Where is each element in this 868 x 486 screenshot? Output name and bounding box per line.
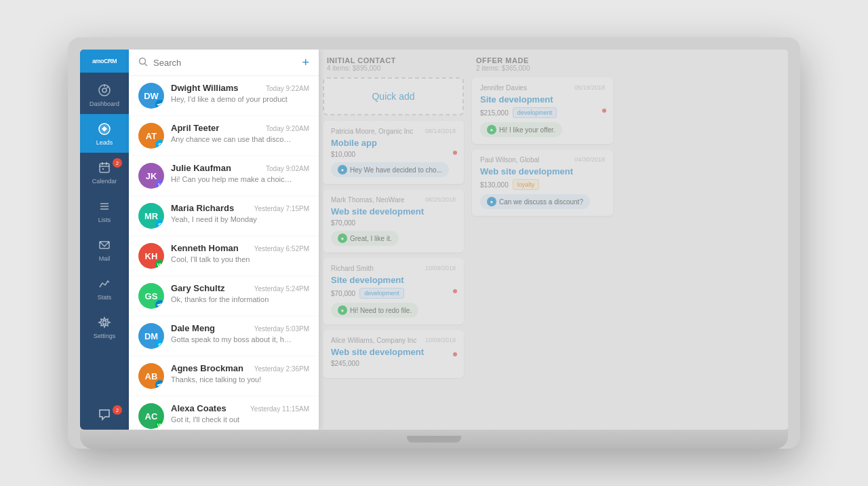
logo-text: amoCRM	[92, 58, 117, 64]
chat-content: Alexa Coates Yesterday 11:15AM Got it, I…	[171, 403, 309, 424]
sidebar-item-settings-label: Settings	[94, 333, 116, 339]
chat-name: Maria Richards	[171, 203, 234, 213]
svg-text:S: S	[158, 342, 162, 349]
conversation-item[interactable]: KH W Kenneth Homan Yesterday 6:52PM Cool…	[129, 236, 319, 276]
chat-badge: 2	[113, 405, 122, 415]
avatar: MR S	[138, 203, 164, 229]
add-conversation-button[interactable]: +	[302, 56, 309, 69]
chat-time: Yesterday 5:03PM	[254, 325, 309, 333]
lists-icon	[96, 198, 113, 214]
conversation-list: DW Dwight Williams Today 9:22AM Hey, I'd…	[129, 76, 319, 430]
messenger-badge: V	[155, 180, 164, 189]
laptop-frame: amoCRM Dashboard	[68, 37, 800, 449]
chat-preview: Any chance we can use that discount from…	[171, 135, 293, 143]
sidebar: amoCRM Dashboard	[80, 50, 129, 430]
conversation-item[interactable]: GS Gary Schultz Yesterday 5:24PM Ok, tha…	[129, 276, 319, 316]
sidebar-item-leads-label: Leads	[96, 139, 113, 146]
messenger-badge: S	[155, 220, 164, 229]
sidebar-logo: amoCRM	[80, 50, 129, 73]
laptop-base	[80, 430, 788, 449]
sidebar-item-settings[interactable]: Settings	[80, 307, 129, 346]
search-input[interactable]	[153, 58, 302, 68]
svg-text:S: S	[158, 222, 162, 229]
conversation-item[interactable]: AB Agnes Brockman Yesterday 2:36PM Thank…	[129, 356, 319, 396]
app-screen: amoCRM Dashboard	[80, 50, 788, 430]
sidebar-item-leads[interactable]: Leads	[80, 114, 129, 153]
chat-content: Gary Schultz Yesterday 5:24PM Ok, thanks…	[171, 283, 309, 303]
svg-line-3	[106, 87, 108, 89]
avatar: GS	[138, 283, 164, 309]
stats-icon	[96, 276, 113, 292]
messenger-badge	[155, 300, 164, 309]
chat-preview: Got it, I'll check it out	[171, 415, 293, 424]
messenger-badge: W	[155, 260, 164, 269]
sidebar-item-lists[interactable]: Lists	[80, 191, 129, 230]
avatar: DW	[138, 83, 164, 109]
conversation-item[interactable]: DW Dwight Williams Today 9:22AM Hey, I'd…	[129, 76, 319, 116]
sidebar-item-lists-label: Lists	[98, 217, 111, 223]
chat-name: Agnes Brockman	[171, 363, 243, 373]
avatar: AT S	[138, 123, 164, 149]
chat-name: Gary Schultz	[171, 283, 224, 293]
svg-point-14	[103, 321, 106, 324]
svg-text:S: S	[158, 142, 162, 149]
avatar: JK V	[138, 163, 164, 189]
calendar-icon: 2	[96, 160, 113, 176]
svg-rect-5	[100, 164, 109, 172]
avatar: DM S	[138, 323, 164, 349]
conversation-item[interactable]: AT S April Teeter Today 9:20AM Any chanc…	[129, 116, 319, 156]
conversation-item[interactable]: DM S Dale Meng Yesterday 5:03PM Gotta sp…	[129, 316, 319, 356]
svg-point-1	[102, 88, 106, 92]
chat-time: Today 9:20AM	[266, 125, 309, 132]
chat-name: April Teeter	[171, 123, 219, 133]
chat-preview: Thanks, nice talking to you!	[171, 375, 293, 384]
svg-line-16	[145, 63, 148, 66]
chat-preview: Gotta speak to my boss about it, hang on	[171, 335, 293, 343]
avatar: KH W	[138, 243, 164, 269]
chat-content: Julie Kaufman Today 9:02AM Hi! Can you h…	[171, 163, 309, 183]
sidebar-item-stats[interactable]: Stats	[80, 269, 129, 307]
sidebar-item-stats-label: Stats	[98, 294, 112, 301]
sidebar-item-calendar[interactable]: 2 Calendar	[80, 153, 129, 191]
chat-time: Yesterday 11:15AM	[250, 405, 309, 413]
chat-content: Maria Richards Yesterday 7:15PM Yeah, I …	[171, 203, 309, 223]
chat-content: Agnes Brockman Yesterday 2:36PM Thanks, …	[171, 363, 309, 384]
chat-time: Yesterday 7:15PM	[254, 205, 309, 212]
dashboard-icon	[96, 82, 113, 98]
crm-overlay	[319, 50, 788, 430]
svg-text:W: W	[157, 422, 163, 429]
chat-preview: Yeah, I need it by Monday	[171, 215, 293, 223]
chat-name: Dwight Williams	[171, 83, 239, 93]
sidebar-item-chat[interactable]: 2	[80, 400, 129, 430]
chat-time: Yesterday 6:52PM	[254, 245, 309, 253]
conversation-item[interactable]: MR S Maria Richards Yesterday 7:15PM Yea…	[129, 196, 319, 236]
conversation-item[interactable]: AC W Alexa Coates Yesterday 11:15AM Got …	[129, 396, 319, 430]
chat-search-header: +	[129, 50, 319, 76]
sidebar-item-mail[interactable]: Mail	[80, 230, 129, 269]
search-icon	[138, 57, 148, 69]
chat-time: Today 9:22AM	[266, 85, 309, 92]
chat-time: Yesterday 2:36PM	[254, 365, 309, 373]
crm-main: INITIAL CONTACT 4 items: $895,000 Quick …	[319, 50, 788, 430]
chat-name: Alexa Coates	[171, 403, 226, 413]
laptop-notch	[407, 436, 461, 443]
conversation-item[interactable]: JK V Julie Kaufman Today 9:02AM Hi! Can …	[129, 156, 319, 196]
sidebar-item-mail-label: Mail	[99, 255, 111, 262]
leads-icon	[96, 121, 113, 137]
svg-rect-9	[102, 168, 104, 170]
sidebar-item-dashboard[interactable]: Dashboard	[80, 75, 129, 114]
settings-icon	[96, 314, 113, 331]
sidebar-item-calendar-label: Calendar	[92, 178, 117, 185]
chat-content: Kenneth Homan Yesterday 6:52PM Cool, I'l…	[171, 243, 309, 263]
svg-text:W: W	[157, 262, 163, 269]
chat-time: Today 9:02AM	[266, 165, 309, 172]
chat-name: Kenneth Homan	[171, 243, 239, 253]
chat-preview: Cool, I'll talk to you then	[171, 255, 293, 263]
messenger-badge: S	[155, 140, 164, 149]
chat-name: Dale Meng	[171, 323, 215, 333]
svg-text:V: V	[158, 182, 162, 189]
chat-panel: + DW Dwight Williams Today 9:22AM Hey, I…	[129, 50, 319, 430]
chat-content: April Teeter Today 9:20AM Any chance we …	[171, 123, 309, 143]
avatar: AB	[138, 363, 164, 389]
chat-content: Dale Meng Yesterday 5:03PM Gotta speak t…	[171, 323, 309, 343]
